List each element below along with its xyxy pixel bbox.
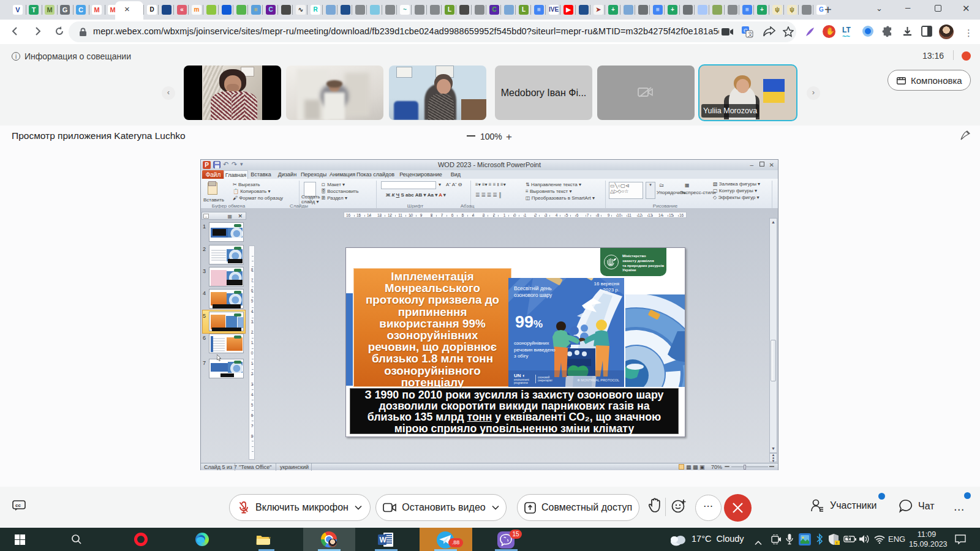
svg-text:!: ! — [836, 541, 837, 545]
svg-text:W: W — [380, 536, 387, 544]
svg-text:cc: cc — [15, 503, 21, 508]
svg-text:文: 文 — [748, 31, 753, 37]
